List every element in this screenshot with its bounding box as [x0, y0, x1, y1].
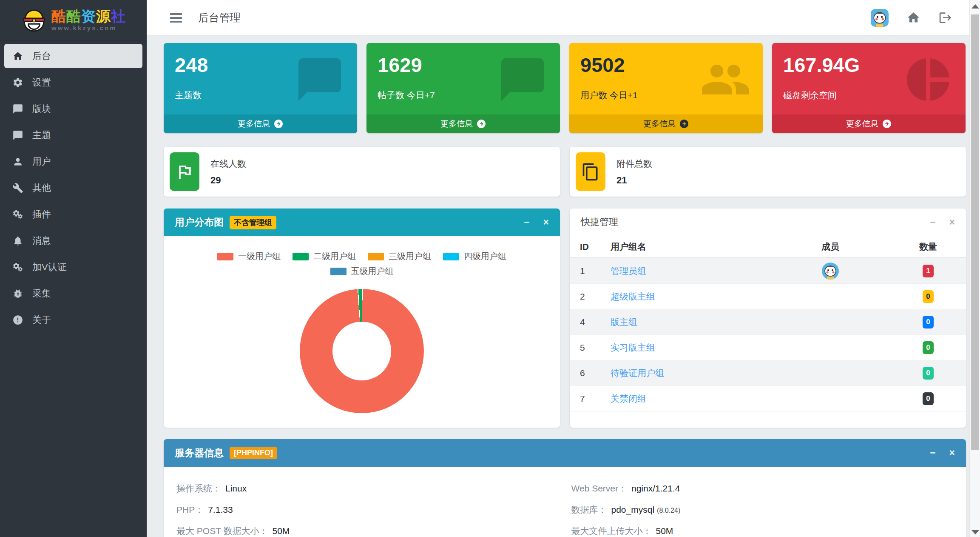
group-link[interactable]: 待验证用户组 [611, 367, 760, 379]
more-info-link[interactable]: 更多信息 [366, 114, 560, 133]
user-avatar[interactable] [871, 9, 889, 27]
table-row: 1 管理员组 1 [570, 258, 966, 284]
sidebar-toggle-icon[interactable] [170, 11, 182, 25]
info-box-value: 29 [210, 175, 246, 186]
close-icon[interactable]: × [543, 217, 549, 227]
stat-card-disk: 167.94G 磁盘剩余空间 更多信息 [772, 43, 966, 133]
stat-cards-row: 248 主题数 更多信息 1629 帖子数 今日+7 更多信息 [164, 43, 966, 133]
count-badge: 0 [923, 316, 934, 328]
group-link[interactable]: 实习版主组 [611, 342, 760, 354]
sidebar-item-about[interactable]: 关于 [4, 308, 142, 332]
sidebar-item-plugins[interactable]: 插件 [4, 202, 142, 226]
comment-icon [294, 54, 345, 105]
server-info-row: Web Server：nginx/1.21.4 [571, 478, 966, 499]
stat-card-posts: 1629 帖子数 今日+7 更多信息 [366, 43, 560, 133]
sidebar-item-label: 关于 [32, 314, 51, 326]
sidebar-item-users[interactable]: 用户 [4, 149, 142, 174]
minimize-icon[interactable]: − [930, 448, 935, 458]
exclamation-circle-icon [12, 314, 24, 326]
brand[interactable]: 酷酷资源社 www.kkzys.com [0, 0, 147, 40]
legend-item[interactable]: 五级用户组 [330, 266, 394, 277]
info-box-label: 附件总数 [616, 158, 652, 170]
home-icon[interactable] [906, 11, 920, 25]
minimize-icon[interactable]: − [524, 217, 529, 227]
sidebar: 酷酷资源社 www.kkzys.com 后台 设置 版块 主题 用户 其他 插件… [0, 0, 147, 537]
table-row: 6 待验证用户组 0 [570, 360, 966, 386]
site-name: 酷酷资源社 [51, 9, 126, 23]
group-link[interactable]: 版主组 [611, 316, 760, 328]
table-row: 4 版主组 0 [570, 309, 966, 335]
sidebar-item-threads[interactable]: 主题 [4, 123, 142, 147]
wrench-icon [12, 183, 24, 194]
bug-icon [12, 288, 24, 299]
panel-header: 用户分布图 不含管理组 − × [164, 209, 560, 236]
sidebar-item-label: 主题 [32, 129, 51, 142]
count-badge: 0 [923, 290, 934, 303]
legend-item[interactable]: 三级用户组 [368, 251, 431, 262]
count-badge: 0 [923, 367, 934, 380]
arrow-circle-right-icon [477, 119, 486, 129]
stat-card-threads: 248 主题数 更多信息 [164, 43, 357, 133]
legend-item[interactable]: 二级用户组 [293, 251, 356, 262]
comment-icon [497, 54, 548, 105]
chart-legend: 一级用户组 二级用户组 三级用户组 四级用户组 [164, 251, 560, 262]
scroll-up-arrow-icon[interactable] [971, 4, 979, 9]
sidebar-item-verify[interactable]: 加V认证 [4, 255, 142, 279]
gear-icon [12, 77, 24, 88]
chart-body: 一级用户组 二级用户组 三级用户组 四级用户组 五级用户组 [164, 251, 560, 413]
sidebar-menu: 后台 设置 版块 主题 用户 其他 插件 消息 加V认证 采集 关于 [0, 40, 147, 337]
cogs-icon [12, 209, 24, 220]
close-icon[interactable]: × [949, 448, 955, 458]
legend-item[interactable]: 四级用户组 [443, 251, 506, 262]
logout-icon[interactable] [938, 11, 952, 25]
vertical-scrollbar[interactable] [969, 0, 980, 537]
legend-swatch [368, 253, 384, 260]
sidebar-item-others[interactable]: 其他 [4, 176, 142, 200]
info-box-attachments: 附件总数 21 [570, 147, 966, 197]
scroll-down-arrow-icon[interactable] [971, 530, 979, 534]
stat-card-users: 9502 用户数 今日+1 更多信息 [569, 43, 763, 133]
page-title: 后台管理 [198, 11, 241, 25]
panels-row: 用户分布图 不含管理组 − × 一级用户组 二级用户组 三级用户组 四级用户组 [164, 209, 966, 428]
sidebar-item-label: 插件 [32, 208, 51, 221]
sidebar-item-dashboard[interactable]: 后台 [4, 44, 142, 68]
count-badge: 0 [923, 341, 934, 354]
legend-item[interactable]: 一级用户组 [217, 251, 281, 262]
arrow-circle-right-icon [274, 119, 283, 129]
sidebar-item-settings[interactable]: 设置 [4, 70, 142, 94]
sidebar-item-collect[interactable]: 采集 [4, 281, 142, 306]
panel-title: 快捷管理 [581, 216, 618, 229]
donut-chart [300, 289, 424, 413]
sidebar-item-label: 后台 [32, 50, 51, 63]
panel-header: 快捷管理 − × [570, 209, 966, 236]
user-icon [12, 156, 24, 167]
info-box-online: 在线人数 29 [164, 147, 560, 197]
more-info-link[interactable]: 更多信息 [772, 114, 966, 133]
pie-chart-icon [903, 54, 954, 105]
member-avatar[interactable] [822, 263, 839, 280]
comment-icon [12, 130, 24, 141]
admin-dashboard: 酷酷资源社 www.kkzys.com 后台 设置 版块 主题 用户 其他 插件… [0, 0, 980, 537]
group-link[interactable]: 超级版主组 [611, 291, 760, 303]
more-info-link[interactable]: 更多信息 [569, 114, 763, 133]
legend-swatch [293, 253, 309, 260]
scrollbar-thumb[interactable] [971, 14, 979, 450]
server-info-body: 操作系统：Linux PHP：7.1.33 最大 POST 数据大小：50M W… [164, 467, 966, 537]
table-row: 5 实习版主组 0 [570, 335, 966, 360]
close-icon[interactable]: × [949, 217, 955, 227]
phpinfo-badge[interactable]: [PHPINFO] [230, 447, 277, 459]
group-link[interactable]: 管理员组 [611, 265, 760, 277]
minimize-icon[interactable]: − [930, 217, 935, 227]
sidebar-item-messages[interactable]: 消息 [4, 229, 142, 253]
sidebar-item-forums[interactable]: 版块 [4, 97, 142, 121]
server-info-row: 最大文件上传大小：50M [571, 520, 966, 537]
sidebar-item-label: 设置 [32, 76, 51, 89]
server-info-panel: 服务器信息 [PHPINFO] − × 操作系统：Linux PHP：7.1.3… [164, 439, 966, 537]
more-info-link[interactable]: 更多信息 [164, 114, 357, 133]
arrow-circle-right-icon [679, 119, 689, 129]
sidebar-item-label: 其他 [32, 182, 51, 194]
group-link[interactable]: 关禁闭组 [611, 393, 760, 405]
arrow-circle-right-icon [882, 119, 892, 129]
bell-icon [12, 235, 24, 246]
info-box-label: 在线人数 [210, 158, 246, 170]
